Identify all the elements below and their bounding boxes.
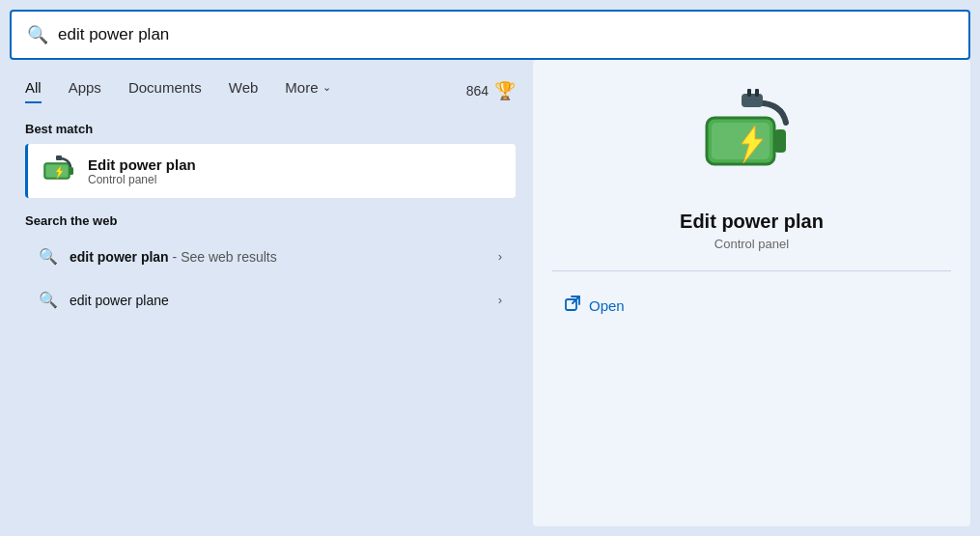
web-search-icon-1: 🔍 <box>39 291 58 309</box>
web-result-item-0[interactable]: 🔍 edit power plan - See web results › <box>25 236 516 277</box>
tab-documents[interactable]: Documents <box>128 79 202 103</box>
result-title: Edit power plan <box>88 156 196 173</box>
web-query-dim-0: - See web results <box>169 249 277 265</box>
more-tab-label: More <box>285 79 318 96</box>
main-content: All Apps Documents Web More ⌄ 864 🏆 Bes <box>10 60 970 526</box>
detail-panel: Edit power plan Control panel Open <box>533 60 970 526</box>
result-subtitle: Control panel <box>88 173 196 186</box>
best-match-title: Best match <box>25 122 516 136</box>
chevron-right-icon-1: › <box>498 293 502 307</box>
detail-divider <box>552 270 951 271</box>
feedback-icon: 🏆 <box>494 80 516 101</box>
svg-rect-9 <box>747 89 751 97</box>
left-panel: All Apps Documents Web More ⌄ 864 🏆 Bes <box>10 60 531 526</box>
web-result-item-1[interactable]: 🔍 edit power plane › <box>25 279 516 321</box>
detail-power-icon <box>699 89 805 195</box>
search-input[interactable] <box>58 25 953 44</box>
open-button[interactable]: Open <box>552 287 636 324</box>
svg-rect-8 <box>742 94 763 107</box>
tab-web[interactable]: Web <box>229 79 259 103</box>
search-bar: 🔍 <box>10 10 970 60</box>
chevron-right-icon-0: › <box>498 249 502 264</box>
best-match-item[interactable]: Edit power plan Control panel <box>25 144 516 198</box>
open-label: Open <box>589 297 625 314</box>
results-area: Best match Edit power plan <box>10 112 531 526</box>
tabs-bar: All Apps Documents Web More ⌄ 864 🏆 <box>10 60 531 112</box>
svg-rect-6 <box>774 129 786 153</box>
web-query-bold-0: edit power plan <box>70 249 169 265</box>
svg-rect-1 <box>70 167 73 175</box>
svg-rect-10 <box>755 89 759 97</box>
svg-rect-3 <box>56 155 62 160</box>
feedback-button[interactable]: 864 🏆 <box>466 80 516 101</box>
web-result-left-1: 🔍 edit power plane <box>39 291 169 309</box>
tabs-left: All Apps Documents Web More ⌄ <box>25 79 331 103</box>
web-result-left-0: 🔍 edit power plan - See web results <box>39 247 277 266</box>
feedback-count: 864 <box>466 83 489 99</box>
open-external-icon <box>564 295 581 317</box>
web-result-text-1: edit power plane <box>70 293 169 308</box>
result-text: Edit power plan Control panel <box>88 156 196 186</box>
tab-more[interactable]: More ⌄ <box>285 79 330 103</box>
web-result-text-0: edit power plan - See web results <box>70 249 277 265</box>
tab-all[interactable]: All <box>25 79 42 103</box>
detail-icon-area <box>699 89 805 195</box>
web-search-icon-0: 🔍 <box>39 247 58 266</box>
search-icon: 🔍 <box>27 24 48 45</box>
detail-subtitle: Control panel <box>714 237 789 251</box>
detail-title: Edit power plan <box>680 211 824 233</box>
web-section-title: Search the web <box>25 213 516 228</box>
tab-apps[interactable]: Apps <box>69 79 101 103</box>
web-query-bold-1: edit power plane <box>70 293 169 308</box>
result-item-icon <box>42 154 76 188</box>
chevron-down-icon: ⌄ <box>322 81 331 94</box>
